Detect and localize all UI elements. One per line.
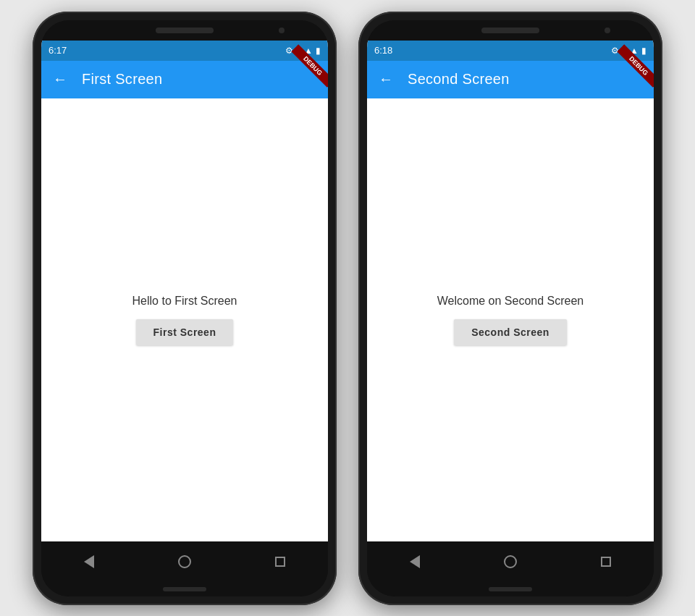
- status-bar-2: 6:18 ⚙ ▮ ▲ ▮: [367, 41, 654, 61]
- bottom-speaker-2: [489, 587, 532, 591]
- first-screen-button[interactable]: First Screen: [136, 319, 234, 345]
- status-time-2: 6:18: [374, 45, 392, 56]
- nav-recent-btn-2[interactable]: [595, 551, 617, 573]
- nav-home-btn-2[interactable]: [500, 551, 521, 573]
- bottom-speaker-1: [163, 587, 206, 591]
- content-message-2: Welcome on Second Screen: [437, 295, 584, 308]
- nav-home-icon-2: [504, 555, 517, 568]
- status-time-1: 6:17: [49, 45, 67, 56]
- content-message-1: Hello to First Screen: [132, 295, 237, 308]
- nav-back-btn-1[interactable]: [78, 551, 100, 573]
- battery-level-icon-2: ▮: [641, 46, 646, 56]
- back-button-1[interactable]: ←: [53, 71, 67, 88]
- nav-recent-icon-1: [275, 557, 285, 567]
- phone-2-bottom: [367, 582, 654, 596]
- speaker-grille-2: [481, 28, 539, 33]
- nav-back-icon-2: [410, 555, 420, 568]
- screen-content-2: Welcome on Second Screen Second Screen: [367, 98, 654, 541]
- status-bar-1: 6:17 ⚙ ▮ ▲ ▮: [41, 41, 328, 61]
- nav-back-icon-1: [84, 555, 94, 568]
- nav-recent-btn-1[interactable]: [269, 551, 291, 573]
- back-button-2[interactable]: ←: [379, 71, 393, 88]
- phone-1: DEBUG 6:17 ⚙ ▮ ▲ ▮ ← First Screen Hello …: [33, 12, 337, 605]
- nav-bar-1: [41, 541, 328, 582]
- nav-home-btn-1[interactable]: [174, 551, 195, 573]
- phone-1-screen: DEBUG 6:17 ⚙ ▮ ▲ ▮ ← First Screen Hello …: [41, 41, 328, 541]
- front-camera-2: [605, 28, 610, 33]
- screen-content-1: Hello to First Screen First Screen: [41, 98, 328, 541]
- front-camera: [279, 28, 285, 33]
- phone-1-top-bar: [41, 20, 328, 41]
- nav-bar-2: [367, 541, 654, 582]
- speaker-grille: [156, 28, 214, 33]
- app-bar-title-2: Second Screen: [408, 71, 510, 88]
- battery-level-icon-1: ▮: [316, 46, 321, 56]
- phone-2: DEBUG 6:18 ⚙ ▮ ▲ ▮ ← Second Screen Welco…: [358, 12, 662, 605]
- phone-1-bottom: [41, 582, 328, 596]
- app-bar-1: ← First Screen: [41, 61, 328, 98]
- second-screen-button[interactable]: Second Screen: [454, 319, 567, 345]
- app-bar-2: ← Second Screen: [367, 61, 654, 98]
- phone-2-top-bar: [367, 20, 654, 41]
- nav-back-btn-2[interactable]: [404, 551, 426, 573]
- nav-home-icon-1: [178, 555, 191, 568]
- app-bar-title-1: First Screen: [82, 71, 162, 88]
- nav-recent-icon-2: [601, 557, 611, 567]
- phone-2-screen: DEBUG 6:18 ⚙ ▮ ▲ ▮ ← Second Screen Welco…: [367, 41, 654, 541]
